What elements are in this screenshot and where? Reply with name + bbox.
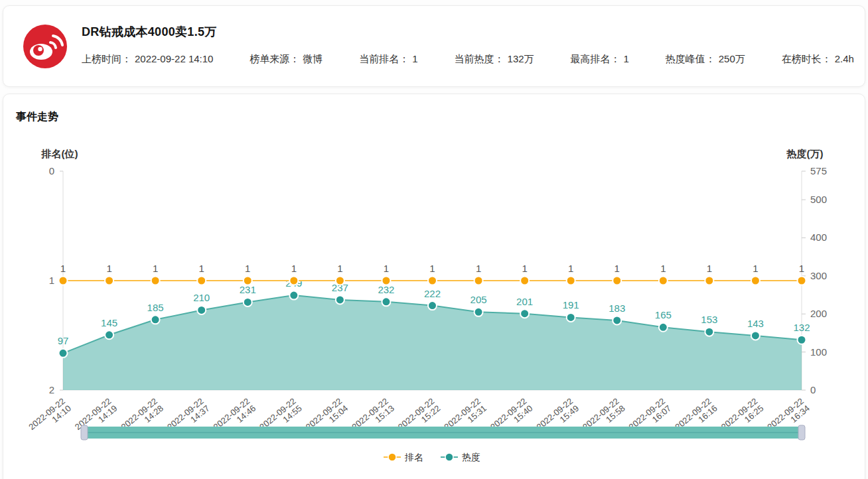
weibo-icon <box>23 25 67 68</box>
meta-value: 1 <box>624 53 629 64</box>
slider-handle-right[interactable] <box>798 425 805 440</box>
topic-meta-row: 上榜时间：2022-09-22 14:10榜单来源：微博当前排名：1当前热度：1… <box>82 53 854 66</box>
meta-label: 当前热度： <box>455 53 504 64</box>
heat-point[interactable] <box>197 306 206 314</box>
rank-point[interactable] <box>567 277 575 285</box>
rank-point-label: 1 <box>429 263 435 274</box>
meta-item: 最高排名：1 <box>571 53 629 66</box>
heat-point[interactable] <box>151 315 160 324</box>
heat-point[interactable] <box>613 316 621 324</box>
rank-point[interactable] <box>382 277 390 285</box>
trend-chart: 0120100200300400500575排名(位)热度(万)2022-09-… <box>0 94 868 479</box>
heat-point[interactable] <box>567 313 575 322</box>
rank-point[interactable] <box>798 277 806 285</box>
heat-point[interactable] <box>59 349 68 358</box>
rank-point[interactable] <box>105 277 113 285</box>
rank-point-label: 1 <box>291 263 297 274</box>
rank-point-label: 1 <box>153 263 158 274</box>
meta-item: 当前排名：1 <box>359 53 417 66</box>
legend-label-rank: 排名 <box>404 452 423 462</box>
rank-point[interactable] <box>613 277 621 285</box>
rank-point[interactable] <box>197 277 206 285</box>
rank-point-label: 1 <box>60 263 66 274</box>
heat-point[interactable] <box>798 336 806 344</box>
heat-point[interactable] <box>382 297 390 306</box>
slider-handle-left[interactable] <box>81 425 88 440</box>
left-axis-name: 排名(位) <box>41 148 78 159</box>
rank-point-label: 1 <box>615 263 620 274</box>
heat-point[interactable] <box>520 309 529 318</box>
heat-point-label: 143 <box>747 318 764 329</box>
right-axis-tick-label: 300 <box>810 270 827 281</box>
rank-point[interactable] <box>705 277 713 285</box>
topic-title: DR钻戒成本4000卖1.5万 <box>82 24 217 40</box>
right-axis-name: 热度(万) <box>786 148 824 159</box>
meta-value: 2.4h <box>835 53 854 64</box>
legend-item-rank[interactable]: 排名 <box>384 452 423 462</box>
legend-label-heat: 热度 <box>462 452 480 462</box>
heat-point[interactable] <box>105 330 113 339</box>
rank-point[interactable] <box>428 277 437 285</box>
rank-point[interactable] <box>659 277 668 285</box>
left-axis-tick-label: 0 <box>49 165 54 176</box>
meta-item: 热度峰值：250万 <box>666 53 745 66</box>
heat-point[interactable] <box>705 328 713 336</box>
meta-item: 上榜时间：2022-09-22 14:10 <box>82 53 213 66</box>
rank-point-label: 1 <box>660 263 666 274</box>
right-axis-tick-label: 0 <box>810 384 816 395</box>
meta-label: 在榜时长： <box>782 53 832 64</box>
heat-point-label: 183 <box>609 303 625 314</box>
heat-point[interactable] <box>428 301 437 310</box>
right-axis-tick-label: 200 <box>810 308 827 319</box>
topic-header-card: DR钻戒成本4000卖1.5万 上榜时间：2022-09-22 14:10榜单来… <box>3 5 865 87</box>
rank-point[interactable] <box>520 277 529 285</box>
rank-point[interactable] <box>474 277 483 285</box>
meta-value: 132万 <box>508 53 534 64</box>
rank-point-label: 1 <box>199 263 204 274</box>
heat-point[interactable] <box>474 308 483 316</box>
right-axis-tick-label: 575 <box>810 165 827 176</box>
rank-point[interactable] <box>59 277 68 285</box>
meta-label: 榜单来源： <box>250 53 299 64</box>
weibo-icon-svg <box>23 25 67 68</box>
heat-point-label: 145 <box>101 317 117 328</box>
meta-value: 微博 <box>303 53 323 64</box>
right-axis-tick-label: 400 <box>810 232 827 243</box>
heat-point-label: 191 <box>563 299 579 310</box>
heat-point-label: 231 <box>240 284 256 295</box>
heat-point-label: 165 <box>655 309 672 320</box>
heat-point[interactable] <box>336 295 344 304</box>
rank-point-label: 1 <box>799 263 804 274</box>
left-axis-tick-label: 1 <box>49 275 54 286</box>
legend-marker-rank <box>388 453 396 461</box>
rank-point[interactable] <box>751 277 760 285</box>
left-axis-tick-label: 2 <box>49 384 54 395</box>
meta-item: 在榜时长：2.4h <box>782 53 854 66</box>
x-axis-label: 2022-09-2214:10 <box>27 396 73 439</box>
meta-value: 2022-09-22 14:10 <box>135 53 213 64</box>
heat-point-label: 222 <box>424 288 441 299</box>
rank-point-label: 1 <box>476 263 481 274</box>
heat-point-label: 210 <box>193 292 210 303</box>
right-axis-tick-label: 100 <box>810 346 827 358</box>
rank-point[interactable] <box>336 277 344 285</box>
meta-value: 1 <box>412 53 417 64</box>
heat-point[interactable] <box>244 298 252 307</box>
meta-label: 最高排名： <box>571 53 620 64</box>
rank-point[interactable] <box>244 277 252 285</box>
heat-point[interactable] <box>289 291 298 300</box>
rank-series: 11111111111111111 <box>59 263 806 285</box>
rank-point[interactable] <box>289 277 298 285</box>
meta-value: 250万 <box>719 53 745 64</box>
rank-point-label: 1 <box>568 263 573 274</box>
legend-item-heat[interactable]: 热度 <box>441 452 480 462</box>
meta-label: 热度峰值： <box>666 53 715 64</box>
meta-label: 当前排名： <box>359 53 409 64</box>
heat-point[interactable] <box>751 331 760 340</box>
meta-label: 上榜时间： <box>82 53 131 64</box>
heat-point-label: 185 <box>147 302 164 313</box>
meta-item: 当前热度：132万 <box>455 53 534 66</box>
rank-point[interactable] <box>151 277 160 285</box>
heat-point[interactable] <box>659 323 668 332</box>
heat-point-label: 201 <box>516 296 533 307</box>
